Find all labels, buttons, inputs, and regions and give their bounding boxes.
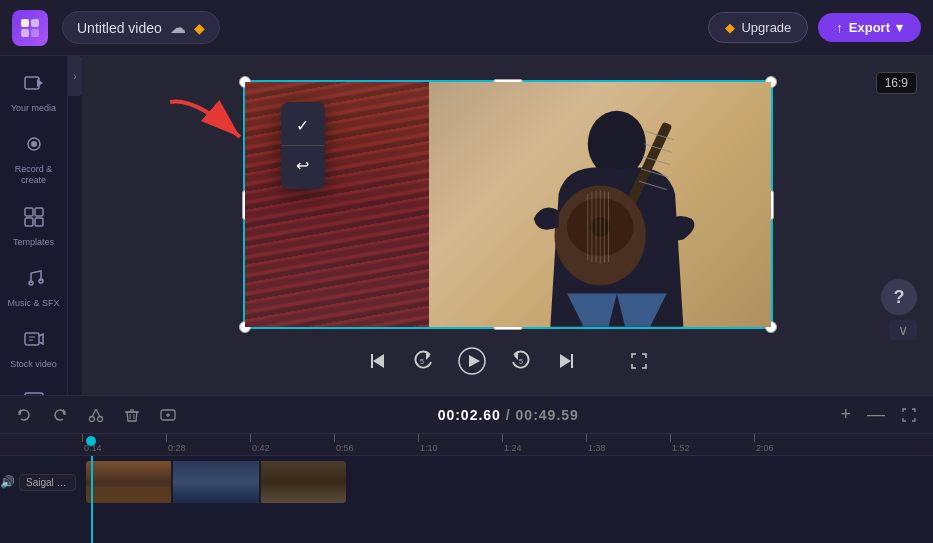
diamond-upgrade-icon: ◆ <box>725 20 735 35</box>
record-icon <box>23 133 45 160</box>
svg-marker-45 <box>560 354 571 368</box>
sidebar-label-music: Music & SFX <box>8 298 60 308</box>
ruler-label-2: 0:42 <box>252 443 270 453</box>
svg-point-48 <box>90 416 95 421</box>
project-title: Untitled video <box>77 20 162 36</box>
video-container[interactable]: ✓ ↩ <box>243 80 773 329</box>
sidebar-label-stock-video: Stock video <box>10 359 57 369</box>
timeline-toolbar: 00:02.60 / 00:49.59 + — <box>0 396 933 434</box>
sidebar-label-templates: Templates <box>13 237 54 247</box>
redo-icon <box>52 407 68 423</box>
svg-marker-37 <box>373 354 384 368</box>
ruler-label-3: 0:56 <box>336 443 354 453</box>
clip-thumb-3 <box>261 461 346 503</box>
forward-5s-button[interactable]: 5 <box>506 346 536 376</box>
svg-rect-8 <box>25 208 33 216</box>
skip-forward-icon <box>556 351 576 371</box>
ruler-label-7: 1:52 <box>672 443 690 453</box>
add-clip-button[interactable] <box>154 403 182 427</box>
topbar: Untitled video ☁ ◆ ◆ Upgrade ↑ Export ▾ <box>0 0 933 56</box>
svg-rect-3 <box>31 29 39 37</box>
undo-menu-item[interactable]: ↩ <box>281 148 325 183</box>
skip-forward-button[interactable] <box>552 347 580 375</box>
aspect-ratio-badge[interactable]: 16:9 <box>876 72 917 94</box>
check-icon: ✓ <box>296 116 309 135</box>
fit-icon <box>901 407 917 423</box>
ruler-label-5: 1:24 <box>504 443 522 453</box>
svg-point-49 <box>98 416 103 421</box>
playback-controls: 5 5 <box>364 343 652 379</box>
music-icon <box>23 267 45 294</box>
play-button[interactable] <box>454 343 490 379</box>
question-mark-icon: ? <box>894 287 905 308</box>
ruler-mark-7: 1:52 <box>670 434 754 455</box>
ruler-mark-5: 1:24 <box>502 434 586 455</box>
title-pill[interactable]: Untitled video ☁ ◆ <box>62 11 220 44</box>
templates-icon <box>23 206 45 233</box>
total-time: 00:49.59 <box>516 407 579 423</box>
sidebar-item-music[interactable]: Music & SFX <box>4 259 64 316</box>
menu-divider <box>281 145 325 146</box>
video-track: 🔊 Saigal blues file 4.mp4 <box>0 456 933 508</box>
clip-thumb-1 <box>86 461 171 503</box>
confirm-menu-item[interactable]: ✓ <box>281 108 325 143</box>
rewind-5s-button[interactable]: 5 <box>408 346 438 376</box>
fit-view-button[interactable] <box>895 403 923 427</box>
upgrade-button[interactable]: ◆ Upgrade <box>708 12 808 43</box>
cut-button[interactable] <box>82 403 110 427</box>
diamond-icon: ◆ <box>194 20 205 36</box>
ruler-mark-8: 2:06 <box>754 434 838 455</box>
zoom-out-button[interactable]: — <box>861 400 891 429</box>
chevron-left-icon: › <box>73 71 76 82</box>
sidebar-collapse-tab[interactable]: › <box>68 56 82 96</box>
redo-button[interactable] <box>46 403 74 427</box>
sidebar-label-record: Record &create <box>15 164 53 186</box>
svg-line-51 <box>96 409 100 417</box>
undo-button[interactable] <box>10 403 38 427</box>
timeline-zoom-controls: + — <box>834 400 923 429</box>
media-icon <box>23 72 45 99</box>
sidebar-item-your-media[interactable]: Your media <box>4 64 64 121</box>
svg-point-19 <box>588 111 646 178</box>
sidebar-item-stock-images[interactable]: Stock images <box>4 381 64 395</box>
video-clip[interactable] <box>86 461 346 503</box>
sidebar-item-templates[interactable]: Templates <box>4 198 64 255</box>
sidebar-item-stock-video[interactable]: Stock video <box>4 320 64 377</box>
stock-video-icon <box>23 328 45 355</box>
annotation-arrow <box>165 92 255 162</box>
svg-text:5: 5 <box>420 358 424 365</box>
person-silhouette <box>463 94 771 327</box>
fullscreen-button[interactable] <box>626 348 652 374</box>
ruler-label-4: 1:10 <box>420 443 438 453</box>
skip-back-button[interactable] <box>364 347 392 375</box>
timeline: 00:02.60 / 00:49.59 + — <box>0 395 933 543</box>
canvas-area: 16:9 <box>82 56 933 395</box>
expand-panel-button[interactable]: ∨ <box>889 320 917 340</box>
svg-point-7 <box>31 141 37 147</box>
help-button[interactable]: ? <box>881 279 917 315</box>
forward-icon: 5 <box>510 350 532 372</box>
track-content[interactable] <box>82 461 933 503</box>
timeline-body: 0:14 0:28 0:42 0:56 1:10 1:24 1: <box>0 434 933 543</box>
svg-rect-4 <box>25 77 39 89</box>
export-button[interactable]: ↑ Export ▾ <box>818 13 921 42</box>
sidebar: Your media Record &create Templates <box>0 56 68 395</box>
main-content: Your media Record &create Templates <box>0 56 933 395</box>
add-track-button[interactable]: + <box>834 400 857 429</box>
svg-rect-10 <box>25 218 33 226</box>
video-left-panel <box>245 82 445 327</box>
ruler-mark-1: 0:28 <box>166 434 250 455</box>
ruler-marks: 0:14 0:28 0:42 0:56 1:10 1:24 1: <box>0 434 838 455</box>
video-right-panel <box>429 82 771 327</box>
delete-button[interactable] <box>118 403 146 427</box>
sidebar-item-record[interactable]: Record &create <box>4 125 64 194</box>
ruler-mark-2: 0:42 <box>250 434 334 455</box>
playhead-line <box>91 456 93 543</box>
timeline-ruler: 0:14 0:28 0:42 0:56 1:10 1:24 1: <box>0 434 933 456</box>
current-time: 00:02.60 <box>438 407 501 423</box>
svg-text:5: 5 <box>519 358 523 365</box>
svg-marker-41 <box>469 355 480 367</box>
app-logo <box>12 10 48 46</box>
ruler-mark-6: 1:38 <box>586 434 670 455</box>
ruler-label-1: 0:28 <box>168 443 186 453</box>
